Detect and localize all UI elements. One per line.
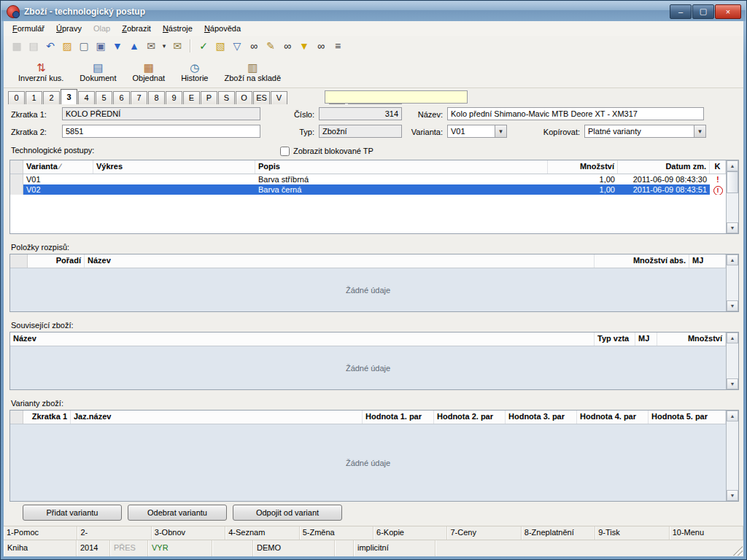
send-mail-dropdown-icon[interactable]: ▾ — [160, 39, 168, 53]
tab-1[interactable]: 1 — [26, 91, 42, 104]
scroll-up-icon[interactable]: ▲ — [727, 332, 738, 343]
filter-icon[interactable]: ▽ — [230, 39, 244, 53]
tab-9[interactable]: 9 — [166, 91, 182, 104]
list-view-icon[interactable]: ≡ — [330, 39, 345, 53]
zkratka1-field[interactable] — [62, 107, 260, 120]
inverse-piece-button[interactable]: ⇅ Inverzní kus. — [14, 56, 68, 88]
search-special-icon[interactable]: ∞ — [314, 39, 328, 53]
mail-icon[interactable]: ✉ — [170, 39, 185, 53]
tp-row[interactable]: V01 Barva stříbrná 1,00 2011-06-09 08:43… — [10, 174, 726, 184]
tab-2[interactable]: 2 — [43, 91, 60, 104]
menu-nastroje[interactable]: Nástroje — [157, 22, 198, 35]
scroll-down-icon[interactable]: ▼ — [727, 222, 738, 233]
nazev-field[interactable] — [447, 107, 704, 120]
new-record-icon[interactable]: ▢ — [77, 39, 91, 53]
col-nazev[interactable]: Název — [10, 332, 595, 346]
menu-formular[interactable]: Formulář — [7, 22, 50, 35]
tab-0[interactable]: 0 — [8, 91, 25, 104]
menu-napoveda[interactable]: Nápověda — [198, 22, 247, 35]
scroll-up-icon[interactable]: ▲ — [727, 254, 738, 265]
add-variant-button[interactable]: Přidat variantu — [23, 505, 122, 521]
tab-es[interactable]: ES — [253, 91, 270, 104]
col-nazev[interactable]: Název — [85, 254, 595, 268]
undo-icon[interactable]: ↶ — [43, 39, 58, 53]
varianty-scrollbar[interactable]: ▲ ▼ — [726, 411, 738, 501]
edit-note-icon[interactable]: ✎ — [263, 39, 278, 53]
tab-e[interactable]: E — [183, 91, 200, 104]
col-hodnota-5[interactable]: Hodnota 5. par — [649, 411, 726, 424]
goods-in-stock-button[interactable]: ▥ Zboží na skladě — [220, 56, 285, 88]
col-k[interactable]: K — [710, 160, 726, 174]
cislo-field[interactable] — [319, 107, 402, 120]
col-hodnota-4[interactable]: Hodnota 4. par — [577, 411, 649, 424]
kopirovat-combo[interactable]: Platné varianty ▾ — [584, 125, 706, 138]
open-folder-icon[interactable]: ▨ — [60, 39, 74, 53]
col-vykres[interactable]: Výkres — [93, 160, 255, 174]
col-poradi[interactable]: Pořadí — [28, 254, 85, 268]
varianta-combo[interactable]: V01 ▾ — [447, 125, 507, 138]
fkey-7[interactable]: 7-Ceny — [447, 526, 521, 540]
col-zkratka1[interactable]: Zkratka 1 — [23, 411, 71, 424]
title-bar[interactable]: Zboží - technologický postup – ▢ × — [1, 1, 746, 21]
filter-active-icon[interactable]: ▼ — [297, 39, 311, 53]
quick-search-input[interactable] — [325, 90, 468, 104]
tab-7[interactable]: 7 — [131, 91, 147, 104]
col-datum[interactable]: Datum zm. — [618, 160, 710, 174]
maximize-button[interactable]: ▢ — [692, 4, 714, 19]
fkey-9[interactable]: 9-Tisk — [595, 526, 669, 540]
confirm-edit-icon[interactable]: ✓ — [196, 39, 211, 53]
fkey-5[interactable]: 5-Změna — [300, 526, 374, 540]
fkey-8[interactable]: 8-Zneplatnění — [522, 526, 595, 540]
tab-4[interactable]: 4 — [78, 91, 95, 104]
scroll-down-icon[interactable]: ▼ — [727, 378, 738, 389]
tp-row-selected[interactable]: V02 Barva černá 1,00 2011-06-09 08:43:51… — [10, 184, 726, 195]
fkey-6[interactable]: 6-Kopie — [374, 526, 447, 540]
tab-p[interactable]: P — [201, 91, 217, 104]
col-hodnota-1[interactable]: Hodnota 1. par — [363, 411, 434, 424]
col-mnozstvi[interactable]: Množství — [548, 160, 618, 174]
menu-upravy[interactable]: Úpravy — [50, 22, 88, 35]
rozpis-scrollbar[interactable]: ▲ ▼ — [726, 254, 738, 311]
col-hodnota-3[interactable]: Hodnota 3. par — [506, 411, 577, 424]
move-up-icon[interactable]: ▲ — [127, 39, 142, 53]
col-mj[interactable]: MJ — [689, 254, 726, 268]
scroll-up-icon[interactable]: ▲ — [727, 160, 738, 171]
history-button[interactable]: ◷ Historie — [177, 56, 212, 88]
fkey-1[interactable]: 1-Pomoc — [4, 526, 77, 540]
document-button[interactable]: ▤ Dokument — [75, 56, 120, 88]
fkey-10[interactable]: 10-Menu — [670, 526, 743, 540]
resize-grip[interactable] — [733, 546, 743, 556]
scroll-down-icon[interactable]: ▼ — [727, 300, 738, 311]
zkratka2-field[interactable] — [62, 125, 260, 138]
col-jaz-nazev[interactable]: Jaz.název — [71, 411, 363, 424]
tab-8[interactable]: 8 — [148, 91, 165, 104]
search-icon[interactable]: ∞ — [247, 39, 261, 53]
col-typ-vztahu[interactable]: Typ vzta — [595, 332, 635, 346]
show-blocked-checkbox[interactable] — [280, 147, 290, 156]
remove-variant-button[interactable]: Odebrat variantu — [128, 505, 227, 521]
copy-icon[interactable]: ▣ — [93, 39, 108, 53]
chevron-down-icon[interactable]: ▾ — [694, 125, 705, 137]
col-varianta[interactable]: Varianta∕ — [23, 160, 93, 174]
send-mail-icon[interactable]: ✉ — [144, 39, 158, 53]
catalog-icon[interactable]: ▧ — [213, 39, 228, 53]
tab-6[interactable]: 6 — [113, 91, 130, 104]
col-mnozstvi[interactable]: Množství — [657, 332, 726, 346]
fkey-3[interactable]: 3-Obnov — [152, 526, 225, 540]
tab-3[interactable]: 3 — [61, 89, 77, 104]
col-mnozstvi-abs[interactable]: Množství abs. — [595, 254, 689, 268]
order-button[interactable]: ▦ Objednat — [128, 56, 170, 88]
close-button[interactable]: × — [715, 4, 741, 19]
tab-v[interactable]: V — [271, 91, 287, 104]
col-popis[interactable]: Popis — [255, 160, 548, 174]
col-mj[interactable]: MJ — [635, 332, 657, 346]
fkey-2[interactable]: 2- — [77, 526, 151, 540]
tp-scrollbar[interactable]: ▲ ▼ — [726, 160, 738, 233]
search-advanced-icon[interactable]: ∞ — [280, 39, 295, 53]
menu-zobrazit[interactable]: Zobrazit — [116, 22, 157, 35]
scroll-up-icon[interactable]: ▲ — [727, 411, 738, 421]
fkey-4[interactable]: 4-Seznam — [225, 526, 299, 540]
chevron-down-icon[interactable]: ▾ — [495, 125, 506, 137]
scrollbar-thumb[interactable] — [727, 171, 738, 193]
scroll-down-icon[interactable]: ▼ — [727, 490, 738, 501]
